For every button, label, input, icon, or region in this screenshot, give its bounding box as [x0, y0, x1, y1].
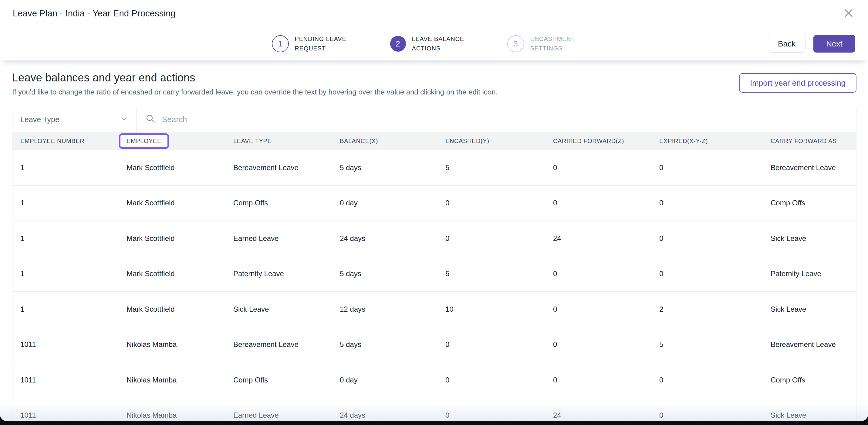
table-cell[interactable]: 5: [437, 270, 545, 278]
filter-bar: Leave Type: [12, 107, 856, 132]
table-cell: Comp Offs: [763, 199, 856, 207]
column-header: CARRIED FORWARD(Z): [545, 138, 651, 145]
table-cell[interactable]: 24: [545, 411, 651, 420]
table-cell: 0: [651, 376, 763, 384]
table-cell: 1: [12, 234, 119, 243]
table-row[interactable]: 1011Nikolas MambaBereavement Leave5 days…: [12, 327, 856, 363]
dialog-title-bar: Leave Plan - India - Year End Processing: [0, 0, 868, 27]
stepper: 1 PENDING LEAVE REQUEST 2 LEAVE BALANCE …: [272, 34, 596, 53]
search-icon: [146, 114, 155, 125]
table-cell: Sick Leave: [225, 305, 332, 313]
content-header-text: Leave balances and year end actions If y…: [12, 72, 498, 96]
table-cell: 1: [12, 305, 119, 313]
table-body: 1Mark ScottfieldBereavement Leave5 days5…: [12, 150, 856, 421]
table-cell: 5 days: [332, 340, 437, 349]
table-row[interactable]: 1Mark ScottfieldEarned Leave24 days0240S…: [12, 221, 856, 256]
table-cell: Mark Scottfield: [119, 199, 225, 207]
table-cell: 0 day: [332, 199, 437, 207]
table-cell: 0: [651, 234, 763, 243]
back-button[interactable]: Back: [768, 35, 806, 53]
table-cell[interactable]: 10: [437, 305, 545, 313]
close-button[interactable]: [842, 7, 855, 20]
table-cell: 0: [651, 199, 763, 207]
next-button[interactable]: Next: [813, 35, 855, 53]
table-cell[interactable]: 0: [437, 234, 545, 243]
table-cell: Sick Leave: [763, 234, 856, 243]
leave-type-dropdown[interactable]: Leave Type: [12, 107, 136, 132]
table-cell: Mark Scottfield: [119, 305, 225, 313]
table-cell[interactable]: 0: [545, 270, 651, 278]
year-end-processing-dialog: Leave Plan - India - Year End Processing…: [0, 0, 868, 421]
table-panel: Leave Type: [12, 107, 857, 421]
column-header: BALANCE(X): [332, 138, 437, 145]
stepper-actions: Back Next: [768, 35, 855, 53]
table-cell: Mark Scottfield: [119, 234, 225, 243]
table-cell: Paternity Leave: [763, 270, 856, 278]
step-3-circle: 3: [507, 35, 524, 52]
table-cell[interactable]: 0: [545, 305, 651, 313]
table-cell[interactable]: 0: [545, 376, 651, 384]
content-header: Leave balances and year end actions If y…: [12, 72, 857, 96]
table-row[interactable]: 1011Nikolas MambaComp Offs0 day000Comp O…: [12, 362, 856, 398]
chevron-down-icon: [120, 115, 128, 124]
table-cell: Earned Leave: [225, 234, 332, 243]
table-cell: Bereavement Leave: [225, 340, 332, 349]
table-cell[interactable]: 0: [437, 411, 545, 420]
table-cell: 1011: [12, 411, 119, 420]
step-pending-leave-request[interactable]: 1 PENDING LEAVE REQUEST: [272, 34, 361, 53]
page-description: If you'd like to change the ratio of enc…: [12, 88, 498, 96]
table-cell: 0 day: [332, 376, 437, 384]
table-cell: Nikolas Mamba: [119, 340, 225, 349]
table-header-row: EMPLOYEE NUMBEREMPLOYEELEAVE TYPEBALANCE…: [12, 132, 856, 150]
step-leave-balance-actions[interactable]: 2 LEAVE BALANCE ACTIONS: [390, 34, 478, 53]
table-row[interactable]: 1Mark ScottfieldSick Leave12 days1002Sic…: [12, 292, 856, 327]
table-cell: 1011: [12, 376, 119, 384]
table-cell[interactable]: 24: [545, 234, 651, 243]
table-row[interactable]: 1011Nikolas MambaEarned Leave24 days0240…: [12, 398, 856, 421]
table-cell[interactable]: 5: [437, 164, 545, 172]
table-cell: Earned Leave: [225, 411, 332, 420]
stepper-bar: 1 PENDING LEAVE REQUEST 2 LEAVE BALANCE …: [0, 27, 868, 60]
search-input[interactable]: [161, 115, 847, 124]
table-cell[interactable]: 0: [437, 199, 545, 207]
table-cell: Comp Offs: [225, 376, 332, 384]
step-1-label: PENDING LEAVE REQUEST: [295, 34, 361, 53]
table-cell: Bereavement Leave: [763, 164, 856, 172]
table-cell: 2: [651, 305, 763, 313]
table-cell: 5 days: [332, 270, 437, 278]
focus-ring-highlight: EMPLOYEE: [119, 133, 169, 149]
import-year-end-processing-button[interactable]: Import year end processing: [739, 73, 857, 93]
step-encashment-settings[interactable]: 3 ENCASHMENT SETTINGS: [507, 34, 596, 53]
table-cell: Bereavement Leave: [763, 340, 856, 349]
leave-type-label: Leave Type: [20, 115, 59, 124]
column-header: EMPLOYEE NUMBER: [12, 138, 119, 145]
table-cell: Nikolas Mamba: [119, 376, 225, 384]
table-cell: 24 days: [332, 234, 437, 243]
table-cell: Comp Offs: [763, 376, 856, 384]
table-cell[interactable]: 0: [545, 199, 651, 207]
table-cell[interactable]: 0: [545, 164, 651, 172]
table-cell[interactable]: 0: [545, 340, 651, 349]
table-cell: 5: [651, 340, 763, 349]
page-title: Leave balances and year end actions: [12, 72, 498, 84]
table-cell: Sick Leave: [763, 411, 856, 420]
table-row[interactable]: 1Mark ScottfieldComp Offs0 day000Comp Of…: [12, 186, 856, 221]
column-header: ENCASHED(Y): [437, 138, 545, 145]
step-2-label: LEAVE BALANCE ACTIONS: [412, 34, 478, 53]
table-cell[interactable]: 0: [437, 340, 545, 349]
table-cell[interactable]: 0: [437, 376, 545, 384]
dialog-title: Leave Plan - India - Year End Processing: [13, 8, 176, 19]
step-2-circle: 2: [390, 36, 406, 52]
table-cell: Mark Scottfield: [119, 270, 225, 278]
column-header: EXPIRED(X-Y-Z): [651, 138, 763, 145]
table-cell: Paternity Leave: [225, 270, 332, 278]
table-cell: 0: [651, 411, 763, 420]
column-header: EMPLOYEE: [119, 133, 225, 149]
step-3-label: ENCASHMENT SETTINGS: [530, 34, 596, 53]
table-row[interactable]: 1Mark ScottfieldPaternity Leave5 days500…: [12, 256, 856, 292]
table-cell: Bereavement Leave: [225, 164, 332, 172]
table-cell: Nikolas Mamba: [119, 411, 225, 420]
table-cell: 12 days: [332, 305, 437, 313]
column-header: LEAVE TYPE: [225, 138, 332, 145]
table-row[interactable]: 1Mark ScottfieldBereavement Leave5 days5…: [12, 150, 856, 186]
